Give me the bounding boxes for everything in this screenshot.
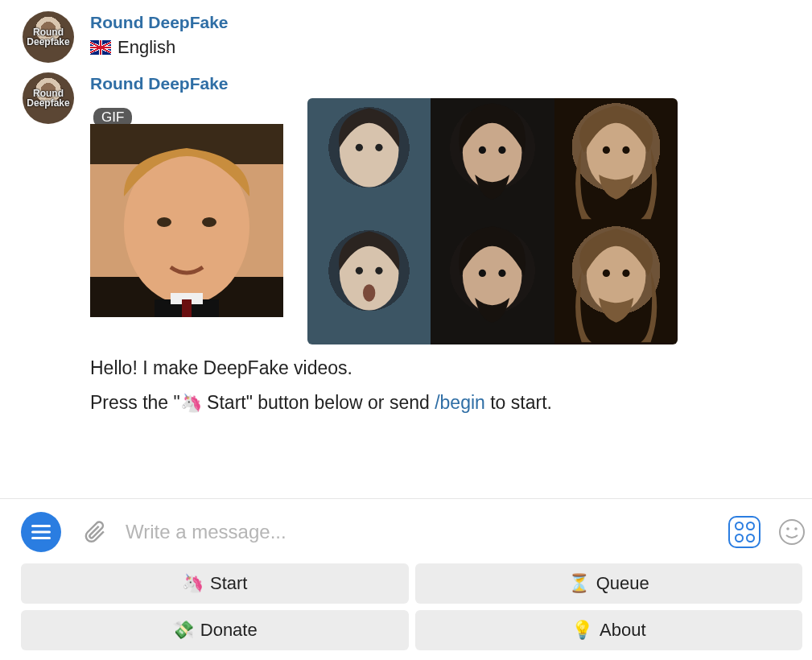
uk-flag-icon (90, 40, 111, 55)
dot-icon (746, 534, 755, 542)
gif-attachment[interactable]: GIF (90, 98, 283, 344)
grid-cell (307, 221, 431, 344)
svg-point-32 (794, 527, 798, 530)
button-label: About (600, 620, 646, 641)
avatar-label: RoundDeepfake (27, 27, 69, 47)
unicorn-icon: 🦄 (182, 573, 204, 594)
svg-point-15 (602, 146, 609, 154)
svg-point-26 (622, 270, 629, 277)
svg-point-30 (780, 520, 804, 544)
chat-message: RoundDeepfake Round DeepFake English (0, 8, 812, 69)
svg-point-23 (499, 270, 506, 277)
dot-icon (746, 522, 755, 530)
bulb-icon: 💡 (571, 620, 593, 641)
begin-command[interactable]: /begin (435, 392, 485, 413)
grid-cell (431, 98, 554, 221)
svg-point-22 (479, 270, 486, 277)
gif-thumbnail (90, 124, 283, 317)
button-label: Start (210, 573, 247, 594)
menu-button[interactable] (21, 512, 61, 552)
button-label: Queue (596, 573, 649, 594)
start-button[interactable]: 🦄 Start (21, 563, 409, 604)
queue-button[interactable]: ⏳ Queue (415, 563, 803, 604)
input-row (21, 512, 802, 552)
hourglass-icon: ⏳ (568, 573, 590, 594)
svg-point-12 (479, 146, 486, 154)
dot-icon (735, 522, 744, 530)
smiley-icon (778, 518, 806, 546)
svg-point-13 (499, 146, 506, 154)
composer: 🦄 Start ⏳ Queue 💸 Donate 💡 About (0, 499, 812, 660)
language-label: English (117, 37, 175, 57)
text-line: Hello! I make DeepFake videos. (90, 356, 799, 381)
donate-button[interactable]: 💸 Donate (21, 610, 409, 650)
chat-message: RoundDeepfake Round DeepFake GIF (0, 69, 812, 431)
unicorn-icon: 🦄 (180, 393, 202, 413)
svg-rect-28 (31, 531, 51, 534)
image-grid[interactable] (307, 98, 678, 344)
svg-rect-27 (31, 525, 51, 527)
paperclip-icon (84, 519, 108, 545)
svg-point-25 (602, 270, 609, 277)
svg-point-16 (622, 146, 629, 154)
message-body: Round DeepFake GIF (90, 72, 799, 425)
avatar[interactable]: RoundDeepfake (23, 72, 74, 124)
message-body: Round DeepFake English (90, 11, 799, 58)
about-button[interactable]: 💡 About (415, 610, 803, 650)
svg-point-4 (202, 217, 216, 227)
sender-name[interactable]: Round DeepFake (90, 13, 799, 32)
grid-cell (554, 221, 678, 344)
grid-cell (431, 221, 554, 344)
svg-point-19 (375, 267, 382, 274)
message-input[interactable] (126, 521, 712, 543)
media-row: GIF (90, 98, 710, 344)
emoji-button[interactable] (777, 517, 807, 547)
svg-point-18 (356, 267, 363, 274)
bot-keyboard-toggle[interactable] (728, 516, 760, 548)
dot-icon (735, 534, 744, 542)
attach-button[interactable] (82, 518, 109, 546)
text-line: Press the "🦄 Start" button below or send… (90, 390, 799, 415)
avatar[interactable]: RoundDeepfake (23, 11, 74, 63)
chat-area: RoundDeepfake Round DeepFake English Rou… (0, 0, 812, 498)
grid-cell (554, 98, 678, 221)
svg-point-10 (375, 144, 382, 151)
svg-point-31 (786, 527, 789, 530)
reply-keyboard: 🦄 Start ⏳ Queue 💸 Donate 💡 About (21, 563, 802, 650)
svg-point-20 (363, 284, 375, 301)
svg-point-3 (157, 217, 171, 227)
sender-name[interactable]: Round DeepFake (90, 74, 799, 93)
grid-cell (307, 98, 431, 221)
message-text: Hello! I make DeepFake videos. Press the… (90, 356, 799, 415)
avatar-label: RoundDeepfake (27, 89, 69, 108)
message-content: English (90, 37, 799, 58)
button-label: Donate (200, 620, 258, 641)
svg-point-9 (356, 144, 363, 151)
svg-rect-7 (182, 299, 192, 317)
svg-rect-29 (31, 537, 51, 539)
menu-icon (31, 525, 51, 539)
money-icon: 💸 (172, 620, 194, 641)
